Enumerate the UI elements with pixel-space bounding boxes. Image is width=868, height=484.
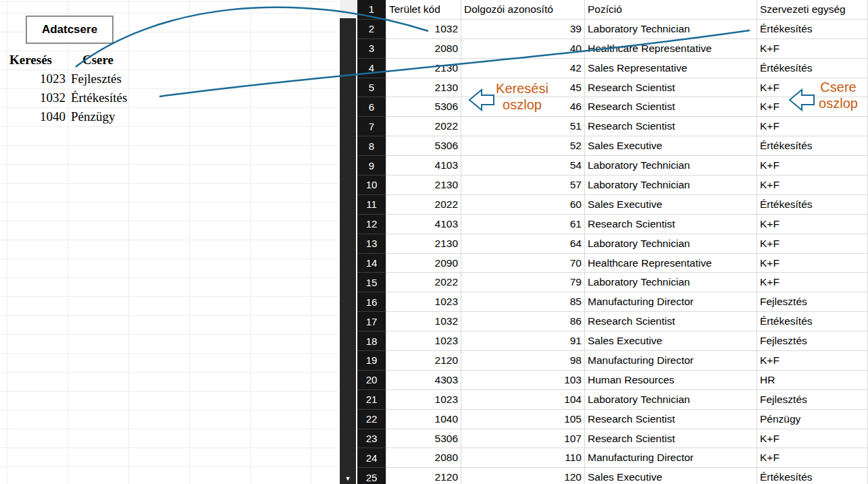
column-header-pozicio[interactable]: Pozíció bbox=[585, 0, 757, 20]
cell-pozicio[interactable]: Research Scientist bbox=[585, 97, 757, 117]
replace-value-cell[interactable]: Értékesítés bbox=[68, 88, 176, 107]
cell-terulet-kod[interactable]: 2130 bbox=[386, 78, 461, 98]
row-number[interactable]: 4 bbox=[357, 59, 386, 78]
cell-szervezeti-egyseg[interactable]: K+F bbox=[757, 215, 868, 234]
cell-pozicio[interactable]: Research Scientist bbox=[585, 429, 757, 449]
cell-pozicio[interactable]: Laboratory Technician bbox=[585, 20, 757, 39]
cell-terulet-kod[interactable]: 2022 bbox=[386, 117, 461, 136]
cell-terulet-kod[interactable]: 1023 bbox=[386, 390, 461, 410]
row-number[interactable]: 1 bbox=[357, 0, 386, 20]
cell-dolgozoi-azonosito[interactable]: 52 bbox=[461, 136, 585, 156]
cell-terulet-kod[interactable]: 4103 bbox=[386, 156, 461, 176]
cell-terulet-kod[interactable]: 4303 bbox=[386, 371, 461, 390]
cell-pozicio[interactable]: Laboratory Technician bbox=[585, 234, 757, 254]
row-number[interactable]: 24 bbox=[357, 448, 386, 468]
cell-pozicio[interactable]: Laboratory Technician bbox=[585, 390, 757, 410]
cell-dolgozoi-azonosito[interactable]: 79 bbox=[461, 273, 585, 292]
cell-terulet-kod[interactable]: 2130 bbox=[386, 234, 461, 254]
replace-value-cell[interactable]: Pénzügy bbox=[68, 107, 176, 126]
cell-pozicio[interactable]: Research Scientist bbox=[585, 78, 757, 98]
row-number[interactable]: 14 bbox=[357, 254, 386, 273]
cell-dolgozoi-azonosito[interactable]: 64 bbox=[461, 234, 585, 254]
cell-terulet-kod[interactable]: 2090 bbox=[386, 254, 461, 273]
cell-dolgozoi-azonosito[interactable]: 103 bbox=[461, 371, 585, 390]
cell-pozicio[interactable]: Laboratory Technician bbox=[585, 156, 757, 176]
row-number[interactable]: 18 bbox=[357, 331, 386, 351]
column-header-dolgozoi-azonosito[interactable]: Dolgozói azonosító bbox=[461, 0, 585, 20]
row-number[interactable]: 13 bbox=[357, 234, 386, 254]
cell-pozicio[interactable]: Research Scientist bbox=[585, 312, 757, 331]
cell-pozicio[interactable]: Sales Executive bbox=[585, 331, 757, 351]
cell-dolgozoi-azonosito[interactable]: 42 bbox=[461, 59, 585, 78]
cell-terulet-kod[interactable]: 2130 bbox=[386, 176, 461, 195]
cell-terulet-kod[interactable]: 2080 bbox=[386, 39, 461, 59]
cell-terulet-kod[interactable]: 1023 bbox=[386, 331, 461, 351]
row-number[interactable]: 9 bbox=[357, 156, 386, 176]
cell-dolgozoi-azonosito[interactable]: 105 bbox=[461, 410, 585, 429]
cell-szervezeti-egyseg[interactable]: Értékesítés bbox=[757, 20, 868, 39]
cell-szervezeti-egyseg[interactable]: Fejlesztés bbox=[757, 331, 868, 351]
cell-dolgozoi-azonosito[interactable]: 70 bbox=[461, 254, 585, 273]
cell-szervezeti-egyseg[interactable]: Értékesítés bbox=[757, 195, 868, 215]
cell-szervezeti-egyseg[interactable]: K+F bbox=[757, 176, 868, 195]
cell-pozicio[interactable]: Research Scientist bbox=[585, 410, 757, 429]
cell-pozicio[interactable]: Sales Representative bbox=[585, 59, 757, 78]
column-header-szervezeti-egyseg[interactable]: Szervezeti egység bbox=[757, 0, 868, 20]
cell-dolgozoi-azonosito[interactable]: 110 bbox=[461, 448, 585, 468]
cell-szervezeti-egyseg[interactable]: K+F bbox=[757, 351, 868, 371]
cell-dolgozoi-azonosito[interactable]: 54 bbox=[461, 156, 585, 176]
row-number[interactable]: 12 bbox=[357, 215, 386, 234]
cell-dolgozoi-azonosito[interactable]: 85 bbox=[461, 292, 585, 312]
row-number[interactable]: 20 bbox=[357, 371, 386, 390]
cell-terulet-kod[interactable]: 1032 bbox=[386, 20, 461, 39]
cell-dolgozoi-azonosito[interactable]: 40 bbox=[461, 39, 585, 59]
cell-terulet-kod[interactable]: 4103 bbox=[386, 215, 461, 234]
cell-pozicio[interactable]: Laboratory Technician bbox=[585, 176, 757, 195]
cell-szervezeti-egyseg[interactable]: Fejlesztés bbox=[757, 390, 868, 410]
cell-dolgozoi-azonosito[interactable]: 107 bbox=[461, 429, 585, 449]
cell-terulet-kod[interactable]: 5306 bbox=[386, 136, 461, 156]
cell-pozicio[interactable]: Human Resources bbox=[585, 371, 757, 390]
cell-terulet-kod[interactable]: 5306 bbox=[386, 429, 461, 449]
row-number[interactable]: 7 bbox=[357, 117, 386, 136]
cell-szervezeti-egyseg[interactable]: Pénzügy bbox=[757, 410, 868, 429]
cell-terulet-kod[interactable]: 2080 bbox=[386, 448, 461, 468]
cell-szervezeti-egyseg[interactable]: K+F bbox=[757, 254, 868, 273]
row-number[interactable]: 10 bbox=[357, 176, 386, 195]
cell-terulet-kod[interactable]: 2022 bbox=[386, 273, 461, 292]
row-number[interactable]: 3 bbox=[357, 39, 386, 59]
cell-szervezeti-egyseg[interactable]: K+F bbox=[757, 234, 868, 254]
cell-pozicio[interactable]: Manufacturing Director bbox=[585, 351, 757, 371]
cell-dolgozoi-azonosito[interactable]: 91 bbox=[461, 331, 585, 351]
row-number[interactable]: 8 bbox=[357, 136, 386, 156]
search-value-cell[interactable]: 1032 bbox=[7, 88, 68, 107]
cell-terulet-kod[interactable]: 1040 bbox=[386, 410, 461, 429]
row-number[interactable]: 6 bbox=[357, 97, 386, 117]
cell-szervezeti-egyseg[interactable]: K+F bbox=[757, 273, 868, 292]
cell-dolgozoi-azonosito[interactable]: 60 bbox=[461, 195, 585, 215]
vertical-scrollbar[interactable]: ▼ bbox=[340, 0, 356, 484]
cell-pozicio[interactable]: Sales Executive bbox=[585, 136, 757, 156]
cell-pozicio[interactable]: Healthcare Representative bbox=[585, 254, 757, 273]
search-column-header[interactable]: Keresés bbox=[7, 51, 68, 70]
cell-terulet-kod[interactable]: 2120 bbox=[386, 468, 461, 484]
cell-szervezeti-egyseg[interactable]: Értékesítés bbox=[757, 59, 868, 78]
column-header-terulet-kod[interactable]: Terület kód bbox=[386, 0, 461, 20]
cell-terulet-kod[interactable]: 2120 bbox=[386, 351, 461, 371]
search-value-cell[interactable]: 1023 bbox=[7, 70, 68, 88]
cell-terulet-kod[interactable]: 2130 bbox=[386, 59, 461, 78]
cell-pozicio[interactable]: Research Scientist bbox=[585, 117, 757, 136]
row-number[interactable]: 25 bbox=[357, 468, 386, 484]
adatcsere-button[interactable]: Adatcsere bbox=[26, 16, 113, 44]
replace-column-header[interactable]: Csere bbox=[68, 51, 128, 70]
cell-pozicio[interactable]: Sales Executive bbox=[585, 468, 757, 484]
cell-szervezeti-egyseg[interactable]: Értékesítés bbox=[757, 312, 868, 331]
cell-szervezeti-egyseg[interactable]: Fejlesztés bbox=[757, 292, 868, 312]
row-number[interactable]: 5 bbox=[357, 78, 386, 98]
row-number[interactable]: 17 bbox=[357, 312, 386, 331]
row-number[interactable]: 22 bbox=[357, 410, 386, 429]
cell-szervezeti-egyseg[interactable]: K+F bbox=[757, 448, 868, 468]
cell-dolgozoi-azonosito[interactable]: 51 bbox=[461, 117, 585, 136]
row-number[interactable]: 23 bbox=[357, 429, 386, 449]
cell-szervezeti-egyseg[interactable]: Értékesítés bbox=[757, 468, 868, 484]
